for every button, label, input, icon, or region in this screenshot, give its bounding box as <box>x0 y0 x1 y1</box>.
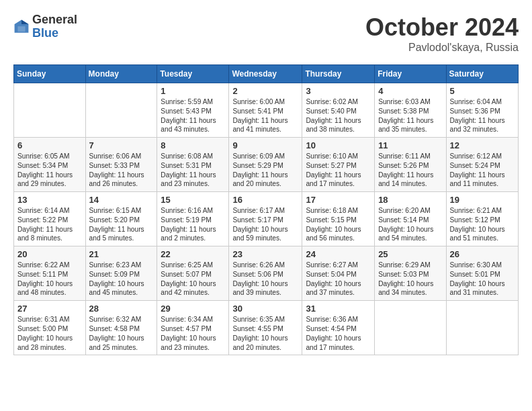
calendar-cell: 16Sunrise: 6:17 AMSunset: 5:17 PMDayligh… <box>229 192 302 246</box>
calendar-cell: 28Sunrise: 6:32 AMSunset: 4:58 PMDayligh… <box>85 301 157 355</box>
calendar-header: SundayMondayTuesdayWednesdayThursdayFrid… <box>14 65 519 83</box>
day-info: Sunrise: 6:27 AMSunset: 5:04 PMDaylight:… <box>306 261 371 298</box>
calendar-cell: 6Sunrise: 6:05 AMSunset: 5:34 PMDaylight… <box>14 138 86 192</box>
weekday-header-monday: Monday <box>85 65 157 83</box>
calendar-cell: 7Sunrise: 6:06 AMSunset: 5:33 PMDaylight… <box>85 138 157 192</box>
day-info: Sunrise: 6:15 AMSunset: 5:20 PMDaylight:… <box>89 206 154 243</box>
calendar-cell: 22Sunrise: 6:25 AMSunset: 5:07 PMDayligh… <box>157 246 229 301</box>
calendar-cell: 15Sunrise: 6:16 AMSunset: 5:19 PMDayligh… <box>157 192 229 246</box>
day-number: 10 <box>306 140 371 150</box>
calendar-cell <box>14 83 86 138</box>
calendar-cell: 13Sunrise: 6:14 AMSunset: 5:22 PMDayligh… <box>14 192 86 246</box>
day-info: Sunrise: 6:17 AMSunset: 5:17 PMDaylight:… <box>232 206 298 243</box>
svg-marker-1 <box>21 19 28 24</box>
day-number: 13 <box>17 195 82 205</box>
day-number: 6 <box>17 140 82 150</box>
day-number: 12 <box>450 140 515 150</box>
day-number: 28 <box>89 304 154 314</box>
day-number: 31 <box>306 304 371 314</box>
day-info: Sunrise: 5:59 AMSunset: 5:43 PMDaylight:… <box>161 97 225 134</box>
day-info: Sunrise: 6:21 AMSunset: 5:12 PMDaylight:… <box>450 206 515 243</box>
calendar-week-5: 27Sunrise: 6:31 AMSunset: 5:00 PMDayligh… <box>14 301 519 355</box>
calendar-cell <box>85 83 157 138</box>
day-info: Sunrise: 6:29 AMSunset: 5:03 PMDaylight:… <box>378 261 442 298</box>
weekday-header-row: SundayMondayTuesdayWednesdayThursdayFrid… <box>14 65 519 83</box>
day-number: 24 <box>306 249 371 259</box>
day-info: Sunrise: 6:14 AMSunset: 5:22 PMDaylight:… <box>17 206 82 243</box>
weekday-header-tuesday: Tuesday <box>157 65 229 83</box>
day-number: 30 <box>232 304 298 314</box>
day-number: 4 <box>378 86 442 96</box>
calendar-cell: 4Sunrise: 6:03 AMSunset: 5:38 PMDaylight… <box>375 83 446 138</box>
calendar-week-3: 13Sunrise: 6:14 AMSunset: 5:22 PMDayligh… <box>14 192 519 246</box>
logo: General Blue <box>13 13 77 40</box>
day-number: 19 <box>450 195 515 205</box>
calendar-week-1: 1Sunrise: 5:59 AMSunset: 5:43 PMDaylight… <box>14 83 519 138</box>
day-info: Sunrise: 6:32 AMSunset: 4:58 PMDaylight:… <box>89 315 154 352</box>
day-number: 14 <box>89 195 154 205</box>
day-info: Sunrise: 6:20 AMSunset: 5:14 PMDaylight:… <box>378 206 442 243</box>
calendar-cell: 24Sunrise: 6:27 AMSunset: 5:04 PMDayligh… <box>302 246 375 301</box>
calendar-cell: 10Sunrise: 6:10 AMSunset: 5:27 PMDayligh… <box>302 138 375 192</box>
day-number: 17 <box>306 195 371 205</box>
day-info: Sunrise: 6:02 AMSunset: 5:40 PMDaylight:… <box>306 97 371 134</box>
weekday-header-thursday: Thursday <box>302 65 375 83</box>
day-number: 18 <box>378 195 442 205</box>
calendar-cell: 21Sunrise: 6:23 AMSunset: 5:09 PMDayligh… <box>85 246 157 301</box>
day-info: Sunrise: 6:06 AMSunset: 5:33 PMDaylight:… <box>89 152 154 189</box>
day-info: Sunrise: 6:00 AMSunset: 5:41 PMDaylight:… <box>232 97 298 134</box>
day-info: Sunrise: 6:25 AMSunset: 5:07 PMDaylight:… <box>161 261 225 298</box>
day-info: Sunrise: 6:04 AMSunset: 5:36 PMDaylight:… <box>450 97 515 134</box>
day-number: 15 <box>161 195 225 205</box>
calendar-week-4: 20Sunrise: 6:22 AMSunset: 5:11 PMDayligh… <box>14 246 519 301</box>
calendar-cell <box>375 301 446 355</box>
day-number: 2 <box>232 86 298 96</box>
day-number: 29 <box>161 304 225 314</box>
day-info: Sunrise: 6:11 AMSunset: 5:26 PMDaylight:… <box>378 152 442 189</box>
calendar-cell: 30Sunrise: 6:35 AMSunset: 4:55 PMDayligh… <box>229 301 302 355</box>
weekday-header-wednesday: Wednesday <box>229 65 302 83</box>
day-info: Sunrise: 6:08 AMSunset: 5:31 PMDaylight:… <box>161 152 225 189</box>
day-number: 22 <box>161 249 225 259</box>
weekday-header-sunday: Sunday <box>14 65 86 83</box>
day-info: Sunrise: 6:22 AMSunset: 5:11 PMDaylight:… <box>17 261 82 298</box>
calendar-table: SundayMondayTuesdayWednesdayThursdayFrid… <box>13 64 519 355</box>
day-info: Sunrise: 6:09 AMSunset: 5:29 PMDaylight:… <box>232 152 298 189</box>
calendar-cell: 19Sunrise: 6:21 AMSunset: 5:12 PMDayligh… <box>446 192 518 246</box>
location-text: Pavlodol'skaya, Russia <box>365 42 519 54</box>
calendar-cell: 14Sunrise: 6:15 AMSunset: 5:20 PMDayligh… <box>85 192 157 246</box>
day-number: 3 <box>306 86 371 96</box>
calendar-cell: 17Sunrise: 6:18 AMSunset: 5:15 PMDayligh… <box>302 192 375 246</box>
weekday-header-friday: Friday <box>375 65 446 83</box>
day-number: 27 <box>17 304 82 314</box>
logo-blue-text: Blue <box>32 27 77 40</box>
day-number: 8 <box>161 140 225 150</box>
logo-text: General Blue <box>32 13 77 40</box>
calendar-cell: 9Sunrise: 6:09 AMSunset: 5:29 PMDaylight… <box>229 138 302 192</box>
calendar-cell: 26Sunrise: 6:30 AMSunset: 5:01 PMDayligh… <box>446 246 518 301</box>
logo-icon <box>13 19 30 35</box>
day-info: Sunrise: 6:26 AMSunset: 5:06 PMDaylight:… <box>232 261 298 298</box>
calendar-week-2: 6Sunrise: 6:05 AMSunset: 5:34 PMDaylight… <box>14 138 519 192</box>
day-number: 11 <box>378 140 442 150</box>
weekday-header-saturday: Saturday <box>446 65 518 83</box>
calendar-cell: 18Sunrise: 6:20 AMSunset: 5:14 PMDayligh… <box>375 192 446 246</box>
calendar-cell: 2Sunrise: 6:00 AMSunset: 5:41 PMDaylight… <box>229 83 302 138</box>
month-title: October 2024 <box>365 13 519 42</box>
day-info: Sunrise: 6:23 AMSunset: 5:09 PMDaylight:… <box>89 261 154 298</box>
day-info: Sunrise: 6:18 AMSunset: 5:15 PMDaylight:… <box>306 206 371 243</box>
day-info: Sunrise: 6:31 AMSunset: 5:00 PMDaylight:… <box>17 315 82 352</box>
calendar-cell: 31Sunrise: 6:36 AMSunset: 4:54 PMDayligh… <box>302 301 375 355</box>
calendar-cell: 25Sunrise: 6:29 AMSunset: 5:03 PMDayligh… <box>375 246 446 301</box>
calendar-cell: 11Sunrise: 6:11 AMSunset: 5:26 PMDayligh… <box>375 138 446 192</box>
day-info: Sunrise: 6:10 AMSunset: 5:27 PMDaylight:… <box>306 152 371 189</box>
calendar-cell: 20Sunrise: 6:22 AMSunset: 5:11 PMDayligh… <box>14 246 86 301</box>
calendar-body: 1Sunrise: 5:59 AMSunset: 5:43 PMDaylight… <box>14 83 519 355</box>
calendar-cell: 8Sunrise: 6:08 AMSunset: 5:31 PMDaylight… <box>157 138 229 192</box>
day-number: 23 <box>232 249 298 259</box>
day-info: Sunrise: 6:34 AMSunset: 4:57 PMDaylight:… <box>161 315 225 352</box>
day-number: 9 <box>232 140 298 150</box>
svg-rect-2 <box>17 26 25 32</box>
day-info: Sunrise: 6:05 AMSunset: 5:34 PMDaylight:… <box>17 152 82 189</box>
calendar-cell: 27Sunrise: 6:31 AMSunset: 5:00 PMDayligh… <box>14 301 86 355</box>
